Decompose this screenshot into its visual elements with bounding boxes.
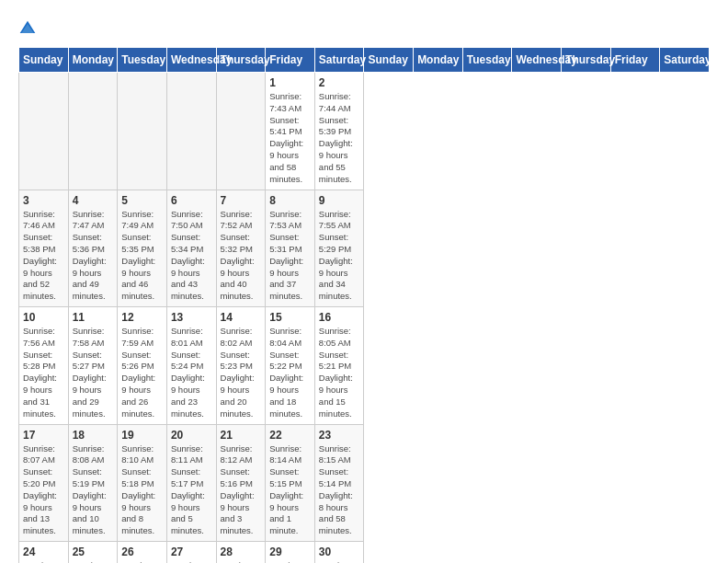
day-info: Sunrise: 8:08 AM Sunset: 5:19 PM Dayligh… (73, 443, 114, 538)
day-number: 7 (221, 194, 262, 207)
day-number: 10 (23, 311, 64, 324)
calendar-day-cell (68, 73, 118, 190)
day-info: Sunrise: 7:46 AM Sunset: 5:38 PM Dayligh… (23, 209, 64, 304)
day-number: 22 (269, 429, 311, 442)
calendar-day-cell: 24Sunrise: 8:17 AM Sunset: 5:13 PM Dayli… (19, 542, 69, 564)
day-info: Sunrise: 8:10 AM Sunset: 5:18 PM Dayligh… (121, 443, 163, 538)
calendar-day-header: Thursday (562, 48, 611, 73)
day-number: 8 (269, 194, 311, 207)
calendar-day-cell (216, 73, 266, 190)
day-number: 16 (319, 311, 360, 324)
calendar-day-cell: 30Sunrise: 8:25 AM Sunset: 5:09 PM Dayli… (314, 542, 364, 564)
day-info: Sunrise: 7:58 AM Sunset: 5:27 PM Dayligh… (73, 326, 114, 420)
calendar-day-cell: 11Sunrise: 7:58 AM Sunset: 5:27 PM Dayli… (68, 307, 118, 425)
calendar-day-cell: 22Sunrise: 8:14 AM Sunset: 5:15 PM Dayli… (266, 424, 315, 542)
day-number: 6 (171, 194, 212, 207)
calendar-day-cell: 26Sunrise: 8:19 AM Sunset: 5:12 PM Dayli… (118, 542, 167, 564)
day-info: Sunrise: 8:15 AM Sunset: 5:14 PM Dayligh… (319, 443, 360, 538)
calendar-day-header: Friday (266, 48, 315, 73)
day-info: Sunrise: 7:56 AM Sunset: 5:28 PM Dayligh… (23, 326, 64, 420)
calendar-day-cell: 28Sunrise: 8:22 AM Sunset: 5:10 PM Dayli… (216, 542, 266, 564)
calendar-week-row: 1Sunrise: 7:43 AM Sunset: 5:41 PM Daylig… (19, 73, 710, 190)
calendar-day-cell: 27Sunrise: 8:21 AM Sunset: 5:11 PM Dayli… (166, 542, 216, 564)
day-info: Sunrise: 7:49 AM Sunset: 5:35 PM Dayligh… (121, 209, 163, 304)
day-number: 2 (319, 76, 360, 89)
day-info: Sunrise: 8:14 AM Sunset: 5:15 PM Dayligh… (269, 443, 311, 538)
day-number: 30 (319, 546, 360, 558)
calendar-day-header: Sunday (19, 48, 69, 73)
calendar-week-row: 17Sunrise: 8:07 AM Sunset: 5:20 PM Dayli… (19, 424, 710, 542)
calendar-day-cell: 9Sunrise: 7:55 AM Sunset: 5:29 PM Daylig… (314, 190, 364, 307)
calendar-day-header: Saturday (314, 48, 364, 73)
calendar-week-row: 24Sunrise: 8:17 AM Sunset: 5:13 PM Dayli… (19, 542, 710, 564)
day-info: Sunrise: 8:05 AM Sunset: 5:21 PM Dayligh… (319, 326, 360, 420)
day-number: 28 (221, 546, 262, 558)
day-number: 13 (171, 311, 212, 324)
day-info: Sunrise: 8:07 AM Sunset: 5:20 PM Dayligh… (23, 443, 64, 538)
calendar-day-cell: 8Sunrise: 7:53 AM Sunset: 5:31 PM Daylig… (266, 190, 315, 307)
logo-icon (18, 19, 37, 38)
calendar-day-header: Wednesday (512, 48, 562, 73)
day-number: 26 (121, 546, 163, 558)
day-number: 18 (73, 429, 114, 442)
day-number: 1 (269, 76, 311, 89)
calendar-day-header: Monday (68, 48, 118, 73)
day-info: Sunrise: 7:43 AM Sunset: 5:41 PM Dayligh… (269, 91, 311, 186)
calendar-day-header: Wednesday (166, 48, 216, 73)
calendar-day-cell: 14Sunrise: 8:02 AM Sunset: 5:23 PM Dayli… (216, 307, 266, 425)
day-number: 23 (319, 429, 360, 442)
day-info: Sunrise: 7:50 AM Sunset: 5:34 PM Dayligh… (171, 209, 212, 304)
day-number: 15 (269, 311, 311, 324)
day-number: 17 (23, 429, 64, 442)
calendar-day-cell: 16Sunrise: 8:05 AM Sunset: 5:21 PM Dayli… (314, 307, 364, 425)
day-number: 29 (269, 546, 311, 558)
calendar-day-cell: 5Sunrise: 7:49 AM Sunset: 5:35 PM Daylig… (118, 190, 167, 307)
calendar-week-row: 10Sunrise: 7:56 AM Sunset: 5:28 PM Dayli… (19, 307, 710, 425)
day-number: 27 (171, 546, 212, 558)
calendar-header-row: SundayMondayTuesdayWednesdayThursdayFrid… (19, 48, 710, 73)
calendar-day-cell (19, 73, 69, 190)
calendar-day-cell: 29Sunrise: 8:23 AM Sunset: 5:10 PM Dayli… (266, 542, 315, 564)
day-number: 19 (121, 429, 163, 442)
day-number: 25 (73, 546, 114, 558)
day-number: 11 (73, 311, 114, 324)
calendar-day-cell: 21Sunrise: 8:12 AM Sunset: 5:16 PM Dayli… (216, 424, 266, 542)
calendar-day-cell: 7Sunrise: 7:52 AM Sunset: 5:32 PM Daylig… (216, 190, 266, 307)
calendar-day-header: Tuesday (118, 48, 167, 73)
calendar-day-cell: 18Sunrise: 8:08 AM Sunset: 5:19 PM Dayli… (68, 424, 118, 542)
calendar-day-header: Friday (610, 48, 660, 73)
day-number: 14 (221, 311, 262, 324)
calendar-day-cell: 23Sunrise: 8:15 AM Sunset: 5:14 PM Dayli… (314, 424, 364, 542)
day-number: 20 (171, 429, 212, 442)
day-number: 12 (121, 311, 163, 324)
day-number: 3 (23, 194, 64, 207)
day-number: 4 (73, 194, 114, 207)
calendar-day-header: Thursday (216, 48, 266, 73)
day-info: Sunrise: 8:11 AM Sunset: 5:17 PM Dayligh… (171, 443, 212, 538)
calendar-day-header: Saturday (660, 48, 710, 73)
calendar-day-cell: 2Sunrise: 7:44 AM Sunset: 5:39 PM Daylig… (314, 73, 364, 190)
calendar-day-cell: 13Sunrise: 8:01 AM Sunset: 5:24 PM Dayli… (166, 307, 216, 425)
day-number: 5 (121, 194, 163, 207)
calendar-day-cell: 10Sunrise: 7:56 AM Sunset: 5:28 PM Dayli… (19, 307, 69, 425)
day-info: Sunrise: 7:55 AM Sunset: 5:29 PM Dayligh… (319, 209, 360, 304)
day-info: Sunrise: 8:02 AM Sunset: 5:23 PM Dayligh… (221, 326, 262, 420)
calendar-day-header: Sunday (364, 48, 414, 73)
calendar-day-cell: 6Sunrise: 7:50 AM Sunset: 5:34 PM Daylig… (166, 190, 216, 307)
day-number: 9 (319, 194, 360, 207)
day-info: Sunrise: 7:44 AM Sunset: 5:39 PM Dayligh… (319, 91, 360, 186)
calendar-day-cell: 3Sunrise: 7:46 AM Sunset: 5:38 PM Daylig… (19, 190, 69, 307)
calendar-day-cell: 25Sunrise: 8:18 AM Sunset: 5:12 PM Dayli… (68, 542, 118, 564)
calendar-day-cell: 20Sunrise: 8:11 AM Sunset: 5:17 PM Dayli… (166, 424, 216, 542)
calendar-day-cell: 4Sunrise: 7:47 AM Sunset: 5:36 PM Daylig… (68, 190, 118, 307)
day-info: Sunrise: 8:04 AM Sunset: 5:22 PM Dayligh… (269, 326, 311, 420)
calendar-day-cell: 19Sunrise: 8:10 AM Sunset: 5:18 PM Dayli… (118, 424, 167, 542)
day-info: Sunrise: 7:47 AM Sunset: 5:36 PM Dayligh… (73, 209, 114, 304)
calendar-day-cell (118, 73, 167, 190)
day-info: Sunrise: 7:53 AM Sunset: 5:31 PM Dayligh… (269, 209, 311, 304)
day-info: Sunrise: 8:01 AM Sunset: 5:24 PM Dayligh… (171, 326, 212, 420)
page-header (18, 18, 710, 38)
day-number: 24 (23, 546, 64, 558)
calendar-week-row: 3Sunrise: 7:46 AM Sunset: 5:38 PM Daylig… (19, 190, 710, 307)
calendar-day-cell (166, 73, 216, 190)
